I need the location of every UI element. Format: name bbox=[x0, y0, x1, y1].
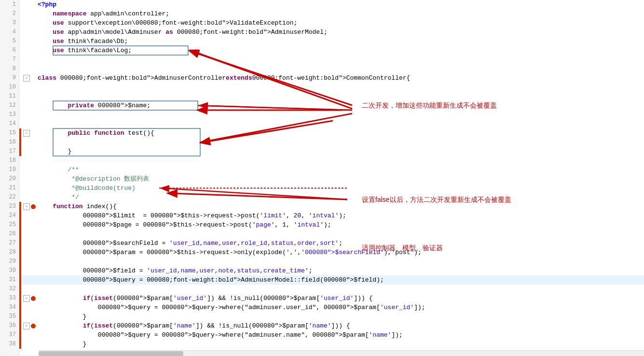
code-line-38: } bbox=[19, 340, 644, 349]
line-number-26: 26 bbox=[0, 229, 19, 239]
line-number-35: 35 bbox=[0, 312, 19, 321]
fold-icon-15[interactable]: - bbox=[23, 130, 30, 137]
code-content-30: 000080">$field bbox=[38, 266, 136, 275]
code-content-25: 000080">$page bbox=[38, 220, 132, 229]
line-number-18: 18 bbox=[0, 156, 19, 165]
code-content-6: use think\facade\Log; bbox=[38, 46, 132, 55]
code-line-29 bbox=[19, 257, 644, 266]
code-content-12: private 000080">$name bbox=[38, 101, 147, 110]
line-number-13: 13 bbox=[0, 110, 19, 119]
code-line-35: } bbox=[19, 312, 644, 321]
horizontal-scrollbar[interactable] bbox=[39, 350, 644, 356]
code-line-10 bbox=[19, 83, 644, 92]
code-line-17: } bbox=[19, 147, 644, 156]
code-line-33: - if(isset(000080">$param['user_id']) &&… bbox=[19, 294, 644, 303]
line-number-20: 20 bbox=[0, 174, 19, 184]
code-line-1: <?php bbox=[19, 0, 644, 9]
line-number-7: 7 bbox=[0, 55, 19, 64]
fold-icon-9[interactable]: - bbox=[23, 75, 30, 82]
code-line-25: 000080">$page = 000080">$this->request->… bbox=[19, 220, 644, 229]
line-numbers: 1234567891011121314151617181920212223242… bbox=[0, 0, 19, 356]
code-content-1: <?php bbox=[38, 0, 56, 9]
code-content-27: 000080">$searchField bbox=[38, 239, 158, 248]
line-number-24: 24 bbox=[0, 211, 19, 220]
line-number-9: 9 bbox=[0, 73, 19, 83]
line-number-37: 37 bbox=[0, 330, 19, 340]
code-line-4: use app\admin\model\Adminuser as 000080;… bbox=[19, 28, 644, 37]
code-content-38: } bbox=[38, 340, 86, 349]
line-number-10: 10 bbox=[0, 83, 19, 92]
code-content-34: 000080">$query bbox=[38, 303, 151, 312]
code-content-33: if(isset(000080">$param bbox=[38, 294, 169, 303]
line-number-30: 30 bbox=[0, 266, 19, 275]
line-number-17: 17 bbox=[0, 147, 19, 156]
line-number-34: 34 bbox=[0, 303, 19, 312]
code-content-20: *@description 数据列表 bbox=[38, 174, 149, 184]
fold-icon-36[interactable]: - bbox=[23, 323, 30, 329]
code-content-35: } bbox=[38, 312, 86, 321]
code-content-17: } bbox=[38, 147, 71, 156]
fold-icon-23[interactable]: - bbox=[23, 203, 30, 210]
line-number-6: 6 bbox=[0, 46, 19, 55]
code-content-4: use app\admin\model\Adminuser as 000080;… bbox=[38, 28, 324, 37]
line-number-12: 12 bbox=[0, 101, 19, 110]
code-line-37: 000080">$query = 000080">$query->where("… bbox=[19, 330, 644, 340]
code-content-5: use think\facade\Db; bbox=[38, 37, 128, 46]
code-line-31: 000080">$query = 000080;font-weight:bold… bbox=[19, 275, 644, 285]
code-content-21: *@buildcode(true) bbox=[38, 184, 136, 193]
code-line-24: 000080">$limit = 000080">$this->request-… bbox=[19, 211, 644, 220]
code-line-16 bbox=[19, 138, 644, 147]
code-content-36: if(isset(000080">$param bbox=[38, 321, 169, 330]
code-content-15: public function test(){ bbox=[38, 128, 154, 138]
line-number-11: 11 bbox=[0, 92, 19, 101]
code-line-36: - if(isset(000080">$param['name']) && !i… bbox=[19, 321, 644, 330]
code-line-3: use support\exception\000080;font-weight… bbox=[19, 18, 644, 28]
line-number-23: 23 bbox=[0, 202, 19, 211]
line-number-8: 8 bbox=[0, 64, 19, 73]
code-content-31: 000080">$query bbox=[38, 275, 136, 285]
code-line-20: *@description 数据列表 bbox=[19, 174, 644, 184]
line-number-21: 21 bbox=[0, 184, 19, 193]
annotation-middle: 设置false以后，方法二次开发重新生成不会被覆盖 bbox=[362, 196, 630, 204]
code-line-34: 000080">$query = 000080">$query->where("… bbox=[19, 303, 644, 312]
code-line-26 bbox=[19, 229, 644, 239]
line-number-33: 33 bbox=[0, 294, 19, 303]
code-line-19: /** bbox=[19, 165, 644, 174]
line-number-2: 2 bbox=[0, 9, 19, 18]
line-number-25: 25 bbox=[0, 220, 19, 229]
code-line-18 bbox=[19, 156, 644, 165]
line-number-14: 14 bbox=[0, 119, 19, 128]
line-number-4: 4 bbox=[0, 28, 19, 37]
code-line-6: use think\facade\Log; bbox=[19, 46, 644, 55]
code-content-19: /** bbox=[38, 165, 79, 174]
code-line-13 bbox=[19, 110, 644, 119]
scrollbar-thumb[interactable] bbox=[39, 351, 183, 356]
editor: 1234567891011121314151617181920212223242… bbox=[0, 0, 644, 356]
code-line-32 bbox=[19, 285, 644, 294]
line-number-15: 15 bbox=[0, 128, 19, 138]
code-line-11 bbox=[19, 92, 644, 101]
code-content-3: use support\exception\000080;font-weight… bbox=[38, 18, 294, 28]
code-line-7 bbox=[19, 55, 644, 64]
code-line-30: 000080">$field = 'user_id,name,user,note… bbox=[19, 266, 644, 275]
breakpoint-33 bbox=[31, 296, 36, 301]
code-line-15: - public function test(){ bbox=[19, 128, 644, 138]
code-line-8 bbox=[19, 64, 644, 73]
line-number-36: 36 bbox=[0, 321, 19, 330]
line-number-1: 1 bbox=[0, 0, 19, 9]
code-line-5: use think\facade\Db; bbox=[19, 37, 644, 46]
annotation-bottom: 适用控制器、模型、验证器 bbox=[362, 244, 630, 253]
fold-icon-33[interactable]: - bbox=[23, 295, 30, 302]
line-number-38: 38 bbox=[0, 340, 19, 349]
line-number-22: 22 bbox=[0, 193, 19, 202]
line-number-28: 28 bbox=[0, 248, 19, 257]
line-number-27: 27 bbox=[0, 239, 19, 248]
code-content-28: 000080">$param bbox=[38, 248, 136, 257]
line-number-16: 16 bbox=[0, 138, 19, 147]
code-content-37: 000080">$query bbox=[38, 330, 151, 340]
code-content-9: class 000080;font-weight:bold">Adminuser… bbox=[38, 73, 226, 83]
code-content-2: namespace app\admin\controller; bbox=[38, 9, 169, 18]
line-number-32: 32 bbox=[0, 285, 19, 294]
line-number-29: 29 bbox=[0, 257, 19, 266]
code-line-21: *@buildcode(true) bbox=[19, 184, 644, 193]
